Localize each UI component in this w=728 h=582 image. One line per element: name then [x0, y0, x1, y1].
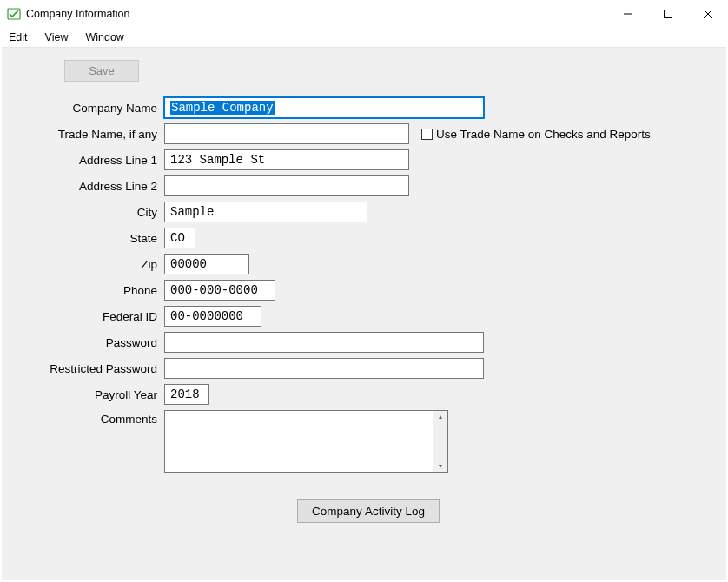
zip-input[interactable]	[164, 254, 249, 274]
label-comments: Comments	[2, 410, 164, 426]
window-title: Company Information	[26, 8, 608, 20]
menu-edit[interactable]: Edit	[7, 30, 36, 45]
menubar: Edit View Window	[0, 28, 728, 47]
label-zip: Zip	[2, 258, 164, 271]
window: Company Information Edit View Window Sav…	[0, 0, 728, 582]
trade-name-input[interactable]	[164, 123, 409, 144]
label-state: State	[2, 232, 164, 245]
city-input[interactable]	[164, 202, 367, 222]
svg-rect-2	[665, 10, 672, 18]
scroll-up-icon: ▴	[439, 411, 442, 422]
label-restricted-password: Restricted Password	[2, 362, 164, 375]
close-button[interactable]	[688, 0, 728, 28]
label-phone: Phone	[2, 284, 164, 297]
federal-id-input[interactable]	[164, 306, 261, 327]
password-input[interactable]	[164, 332, 484, 353]
menu-view[interactable]: View	[43, 30, 77, 45]
titlebar: Company Information	[0, 0, 728, 28]
payroll-year-input[interactable]	[164, 384, 209, 405]
address2-input[interactable]	[164, 175, 409, 196]
comments-wrap: ▴ ▾	[164, 410, 448, 473]
company-activity-log-button[interactable]: Company Activity Log	[297, 499, 440, 523]
maximize-button[interactable]	[648, 0, 688, 28]
restricted-password-input[interactable]	[164, 358, 484, 379]
company-name-value: Sample Company	[170, 101, 275, 115]
label-address1: Address Line 1	[2, 154, 164, 167]
trade-name-checkbox-label: Use Trade Name on Checks and Reports	[436, 128, 651, 141]
label-password: Password	[2, 336, 164, 349]
comments-input[interactable]	[164, 410, 433, 473]
window-controls	[608, 0, 728, 28]
label-trade-name: Trade Name, if any	[2, 128, 164, 141]
menu-window[interactable]: Window	[83, 30, 132, 45]
phone-input[interactable]	[164, 280, 275, 301]
trade-name-checkbox[interactable]: Use Trade Name on Checks and Reports	[421, 128, 651, 141]
checkbox-icon	[421, 129, 433, 140]
label-city: City	[2, 206, 164, 219]
company-name-input[interactable]: Sample Company	[164, 97, 484, 118]
client-area: Save Company Name Sample Company Trade N…	[2, 47, 726, 580]
label-company-name: Company Name	[2, 102, 164, 115]
comments-scrollbar[interactable]: ▴ ▾	[433, 410, 448, 473]
address1-input[interactable]	[164, 149, 409, 170]
save-button[interactable]: Save	[64, 60, 139, 82]
label-address2: Address Line 2	[2, 180, 164, 193]
label-federal-id: Federal ID	[2, 310, 164, 323]
scroll-down-icon: ▾	[439, 460, 442, 472]
state-input[interactable]	[164, 228, 195, 248]
app-icon	[7, 7, 21, 21]
minimize-button[interactable]	[608, 0, 648, 28]
label-payroll-year: Payroll Year	[2, 388, 164, 401]
